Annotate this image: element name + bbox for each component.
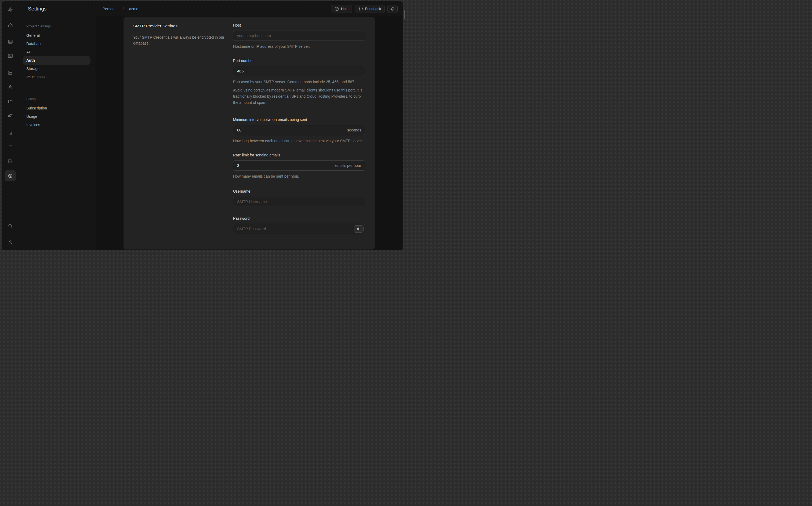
rail-table-editor-button[interactable] [5,36,16,47]
reveal-password-button[interactable] [354,225,364,233]
rail-home-button[interactable] [5,20,16,30]
port-helper-text-2: Avoid using port 25 as modern SMTP email… [233,87,365,106]
sidebar-item-auth[interactable]: Auth [23,56,90,65]
sidebar-item-label: Vault [26,75,34,79]
terminal-icon [7,53,13,59]
interval-input[interactable] [233,125,347,135]
user-icon [7,240,13,245]
rail-divider [6,64,14,64]
help-button[interactable]: Help [331,5,352,13]
rail-storage-button[interactable] [5,96,16,106]
rate-limit-input[interactable] [233,161,336,170]
settings-nav: Project Settings General Database API Au… [19,16,95,129]
app-logo[interactable] [7,6,14,14]
section-intro: SMTP Provider Settings Your SMTP Credent… [133,23,227,46]
breadcrumb-org[interactable]: Personal [102,7,117,11]
smtp-settings-card: SMTP Provider Settings Your SMTP Credent… [124,17,375,250]
rail-reports-button[interactable] [5,128,16,139]
home-icon [7,22,13,28]
orbit-icon [7,113,13,118]
sidebar-item-general[interactable]: General [19,31,95,40]
bell-icon [390,6,395,11]
smtp-form: Host Hostname or IP address of your SMTP… [233,22,365,234]
password-field-group: Password [233,216,365,234]
interval-field-group: Minimum interval between emails being se… [233,117,365,144]
eye-icon [356,227,361,231]
gear-icon [7,173,13,179]
rate-limit-field-group: Rate limit for sending emails emails per… [233,152,365,179]
rate-limit-label: Rate limit for sending emails [233,152,365,158]
rail-authentication-button[interactable] [5,82,16,92]
sidebar-item-subscription[interactable]: Subscription [19,104,95,112]
bar-chart-icon [7,131,13,136]
rail-logs-button[interactable] [5,141,16,152]
username-label: Username [233,189,365,194]
rail-user-button[interactable] [5,237,16,248]
section-title: SMTP Provider Settings [133,23,227,29]
username-input[interactable] [233,197,365,206]
rail-project-settings-button[interactable] [5,170,16,181]
username-field-group: Username [233,189,365,207]
host-label: Host [233,22,365,28]
breadcrumb: Personal / acme [102,7,138,11]
feedback-label: Feedback [365,7,381,11]
top-bar-actions: Help Feedback [331,5,398,13]
search-icon [7,223,13,229]
help-circle-icon [335,7,339,11]
top-bar: Personal / acme Help Feedba [95,1,403,16]
rate-limit-unit-suffix: emails per hour [336,163,365,168]
sidebar-item-invoices[interactable]: Invoices [19,121,95,129]
port-helper-text: Port used by your SMTP server. Common po… [233,79,365,85]
list-icon [7,144,13,150]
interval-helper-text: How long between each email can a new em… [233,138,365,144]
folder-icon [7,98,13,104]
feedback-button[interactable]: Feedback [355,5,385,13]
help-label: Help [341,7,349,11]
table-icon [7,39,13,45]
port-input[interactable] [233,66,365,76]
sidebar-header: Settings [19,1,95,16]
port-field-group: Port number Port used by your SMTP serve… [233,58,365,106]
sidebar-item-api[interactable]: API [19,48,95,56]
sidebar-item-database[interactable]: Database [19,40,95,48]
password-label: Password [233,216,365,221]
nav-section-heading: Project Settings [26,24,95,29]
section-description: Your SMTP Credentials will always be enc… [133,34,227,46]
interval-label: Minimum interval between emails being se… [233,117,365,122]
file-text-icon [7,158,13,164]
settings-sidebar: Settings Project Settings General Databa… [19,1,95,250]
password-input[interactable] [233,224,354,234]
app-window: Settings Project Settings General Databa… [2,1,403,250]
sidebar-divider [19,89,95,89]
rail-edge-functions-button[interactable] [5,110,16,121]
scrollbar-thumb[interactable] [404,10,405,19]
database-icon [7,70,13,76]
page-scrollbar [403,0,406,253]
breadcrumb-project[interactable]: acme [129,7,138,11]
beta-badge: BETA [37,76,46,79]
nav-section-heading: Billing [26,97,95,101]
sidebar-item-usage[interactable]: Usage [19,112,95,121]
port-label: Port number [233,58,365,63]
breadcrumb-separator: / [123,7,124,11]
sidebar-item-vault[interactable]: VaultBETA [19,73,95,81]
host-field-group: Host Hostname or IP address of your SMTP… [233,22,365,50]
rail-docs-button[interactable] [5,156,16,166]
rail-database-button[interactable] [5,67,16,78]
nav-rail [2,1,19,250]
host-helper-text: Hostname or IP address of your SMTP serv… [233,44,365,50]
page-title: Settings [28,6,47,12]
speech-bubble-icon [359,7,363,11]
sidebar-item-storage[interactable]: Storage [19,65,95,73]
bolt-logo-icon [7,6,14,14]
interval-unit-suffix: seconds [347,128,365,132]
rail-search-button[interactable] [5,221,16,231]
host-input[interactable] [233,31,365,40]
rail-sql-editor-button[interactable] [5,51,16,61]
lock-icon [7,84,13,90]
rate-limit-helper-text: How many emails can be sent per hour. [233,173,365,179]
notifications-button[interactable] [387,5,398,13]
main-content: Personal / acme Help Feedba [95,1,403,250]
